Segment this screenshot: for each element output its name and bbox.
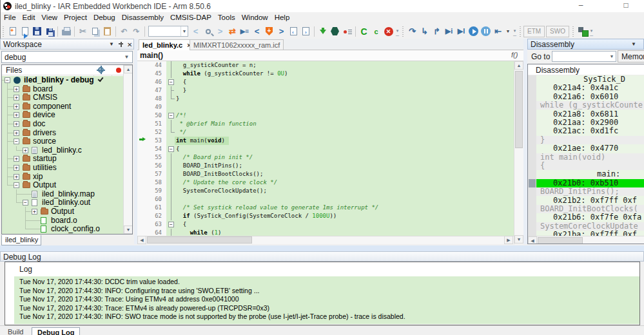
redo-button[interactable]: ↷ [130,25,142,38]
paste-button[interactable] [101,25,113,38]
cut-button[interactable]: ✂ [77,25,89,38]
next-statement-button[interactable]: ▶≡ [239,25,251,38]
new-file-button[interactable] [6,25,19,38]
expand-icon[interactable]: + [14,95,19,100]
disassembly-label[interactable]: SysTick_D [528,75,644,84]
code-line-46[interactable]: 46−{ [137,78,514,86]
navigate-backward-button[interactable]: < [251,25,263,38]
splitter-workspace-editor[interactable] [134,39,137,244]
code-line-64[interactable]: 64while (1) [137,229,514,236]
disassembly-instruction[interactable]: 0x21ac: 0xd1fc [528,127,644,135]
reset-button[interactable]: C [358,25,370,38]
code-line-58[interactable]: 58/* Update the core clock */ [137,178,514,187]
disassembly-content[interactable]: SysTick_D0x21a4: 0x4a1c0x21a6: 0x6010whi… [528,75,644,236]
editor-scroll-up-icon[interactable]: ▲ [514,61,523,70]
debug-dropdown-button[interactable]: ▼ [504,25,512,38]
code-line-44[interactable]: 44g_systickCounter = n; [137,61,514,70]
toggle-bookmark-button[interactable]: + [263,25,275,38]
print-button[interactable] [60,25,72,38]
disassembly-instruction[interactable]: 0x21aa: 0x2900 [528,119,644,127]
editor-tab-ledblinkyc[interactable]: led_blinky.c× [139,39,195,50]
disassembly-label[interactable]: main: [528,170,644,178]
tree-item-utilities[interactable]: +utilities [2,164,123,173]
expand-icon[interactable]: + [14,174,19,180]
disassembly-source-line[interactable]: BOARD_InitPins(); [536,187,644,196]
collapse-icon[interactable]: − [14,182,19,188]
debug-without-downloading-button[interactable] [329,25,341,38]
menu-item-project[interactable]: Project [61,12,90,24]
code-line-49[interactable]: 49 [137,103,514,111]
tree-item-output[interactable]: +Output [2,207,123,216]
bottom-tab-build[interactable]: Build [3,327,28,335]
workspace-pin-icon[interactable] [119,42,124,48]
menu-item-help[interactable]: Help [271,12,293,24]
next-statement2-button[interactable]: ▶i [443,25,455,38]
dis-hscroll-left-icon[interactable]: ◀ [528,236,537,244]
disassembly-instruction[interactable]: 0x21b6: 0xf7fe 0xfa [528,213,644,222]
disassembly-instruction[interactable]: 0x21ba: 0xf7ff 0xf [528,231,644,236]
disassembly-source-line[interactable]: } [536,136,644,144]
breakpoints-button[interactable] [341,25,353,38]
fold-collapse-icon[interactable]: − [168,146,174,152]
scroll-up-icon[interactable]: ▲ [124,65,133,73]
disassembly-source-line[interactable]: int main(void) [536,153,644,162]
code-line-61[interactable]: 61/* Set systick reload value to generat… [137,204,514,212]
disassembly-source-line[interactable]: while (g_systickCounte [536,101,644,110]
tree-item-ledblinkyc[interactable]: +led_blinky.c [2,146,123,155]
disassembly-hscrollbar[interactable]: ◀ [528,236,644,244]
code-line-54[interactable]: 54−{ [137,145,514,153]
menu-item-cmsisdap[interactable]: CMSIS-DAP [167,12,215,24]
menu-item-window[interactable]: Window [239,12,271,24]
tree-item-clockconfigo[interactable]: clock_config.o [2,225,123,234]
tree-item-xip[interactable]: +xip [2,173,123,182]
code-line-52[interactable]: 52*/ [137,128,514,137]
code-line-47[interactable]: 47} [137,86,514,95]
collapse-icon[interactable]: − [5,77,10,83]
find-next-button[interactable]: > [214,25,226,38]
swo-button[interactable]: SWO [546,26,569,37]
code-line-51[interactable]: 51* @brief Main function [137,120,514,128]
disassembly-instruction[interactable]: 0x21b2: 0xf7ff 0xf [528,196,644,205]
save-button[interactable] [31,25,43,38]
maximize-button[interactable]: □ [616,0,636,12]
expand-icon[interactable]: + [14,156,19,162]
tree-item-doc[interactable]: +doc [2,120,123,129]
search-dropdown-icon[interactable]: ▼ [181,26,188,36]
config-selector[interactable]: debug ▼ [1,51,133,63]
break-button[interactable]: c [370,25,382,38]
expand-icon[interactable]: + [14,165,19,171]
code-line-50[interactable]: 50−/*! [137,111,514,120]
gear-icon[interactable] [98,67,104,73]
collapse-icon[interactable]: − [23,200,28,206]
goto-button[interactable]: ⇄ [226,25,239,38]
menu-item-disassembly[interactable]: Disassembly [119,12,167,24]
bottom-tab-debuglog[interactable]: Debug Log [32,327,80,335]
tree-item-startup[interactable]: +startup [2,155,123,164]
minimize-button[interactable]: – [571,0,590,12]
disassembly-source-line[interactable]: { [536,162,644,170]
workspace-scrollbar[interactable]: ▲ ▼ [123,65,133,234]
probe-button[interactable] [576,25,589,38]
disassembly-instruction[interactable]: 0x21ae: 0x4770 [528,144,644,153]
step-over-button[interactable]: ↷ [406,25,418,38]
search-input[interactable]: ▼ [148,26,188,37]
expand-icon[interactable]: + [23,148,28,153]
fold-collapse-icon[interactable]: − [168,113,174,119]
menu-item-tools[interactable]: Tools [215,12,239,24]
step-into-button[interactable]: ↳ [418,25,431,38]
menu-item-edit[interactable]: Edit [19,12,39,24]
disassembly-source-line[interactable]: BOARD_InitBootClocks( [536,205,644,213]
tree-item-board[interactable]: +board [2,85,123,94]
editor-tab-mimxrt1062xxxxxramicf[interactable]: MIMXRT1062xxxxx_ram.icf [190,39,284,50]
function-list-icon[interactable]: f() [511,51,518,59]
editor-hscrollbar[interactable]: ◀ ▶ [137,236,514,244]
etm-button[interactable]: ETM [523,26,545,37]
save-all-button[interactable] [43,25,55,38]
disassembly-instruction[interactable]: 0x21a8: 0x6811 [528,110,644,119]
undo-button[interactable]: ↶ [118,25,130,38]
breakpoint-dot-icon[interactable] [116,68,121,73]
config-dropdown-icon[interactable]: ▼ [122,52,132,62]
disassembly-instruction[interactable]: 0x21a6: 0x6010 [528,93,644,101]
memory-button[interactable]: Memory [618,50,644,62]
menu-item-file[interactable]: File [1,12,19,24]
